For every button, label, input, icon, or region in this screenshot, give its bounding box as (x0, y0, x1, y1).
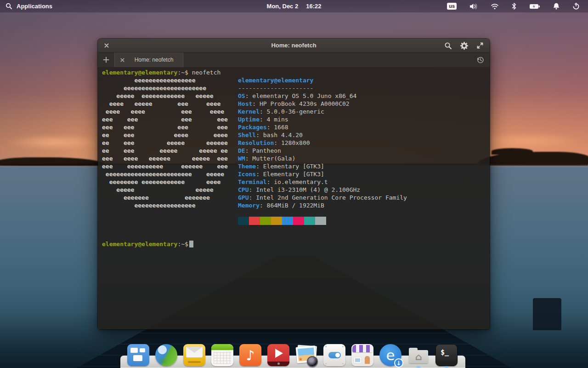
search-icon[interactable] (443, 40, 453, 51)
dock-item-terminal[interactable]: $_ (435, 344, 458, 366)
keyboard-layout-indicator[interactable]: us (447, 3, 457, 10)
desktop: Applications Mon, Dec 2 16:22 us (0, 0, 588, 368)
terminal-app-icon: $_ (435, 344, 458, 366)
color-palette (238, 217, 407, 225)
bluetooth-icon[interactable] (511, 2, 517, 10)
calendar-icon (211, 344, 233, 366)
applications-label: Applications (17, 3, 52, 10)
palette-swatch (249, 217, 260, 225)
command-text: neofetch (192, 69, 221, 76)
tab-bar: Home: neofetch (98, 52, 490, 67)
info-title: elementary@elementary (238, 76, 407, 84)
neofetch-output: eeeeeeeeeeeeeeeee eeeeeeeeeeeeeeeeeeeeee… (102, 76, 490, 225)
power-icon[interactable] (572, 2, 580, 10)
dock-item-videos[interactable] (267, 344, 289, 366)
running-indicator (415, 366, 422, 368)
videos-play-icon (267, 344, 289, 366)
panel-date: Mon, Dec 2 (267, 3, 299, 10)
battery-charging-icon[interactable] (529, 3, 540, 10)
expand-icon[interactable] (475, 40, 485, 51)
music-note-icon: ♪ (239, 344, 261, 366)
dock-icons: ♪ ★ e ↓ (127, 344, 458, 366)
info-row: OS: elementary OS 5.0 Juno x86_64 (238, 92, 407, 100)
mail-icon (183, 344, 205, 366)
appcenter-storefront-icon (351, 344, 373, 366)
top-panel: Applications Mon, Dec 2 16:22 us (0, 0, 588, 12)
dock-item-system-settings[interactable] (323, 344, 345, 366)
info-underline: --------------------- (238, 84, 407, 92)
dock-item-multitasking-view[interactable] (127, 344, 149, 366)
sunset-glow-right (473, 132, 583, 149)
home-icon: ⌂ (415, 351, 422, 362)
dock-item-files[interactable]: ⌂ (407, 344, 430, 366)
info-row: Shell: bash 4.4.20 (238, 131, 407, 139)
new-tab-plus-icon[interactable] (98, 52, 114, 67)
panel-time: 16:22 (306, 3, 321, 10)
info-row: Uptime: 4 mins (238, 115, 407, 123)
info-row: Host: HP ProBook 4230s A0000C02 (238, 100, 407, 108)
info-row: Packages: 1668 (238, 123, 407, 131)
sunset-glow-left (5, 134, 106, 150)
photos-icon: ★ (295, 344, 317, 366)
web-browser-globe-icon (155, 344, 177, 366)
elementary-logo-icon: e ↓ (379, 344, 401, 366)
info-row: Theme: Elementary [GTK3] (238, 162, 407, 170)
palette-swatch (315, 217, 326, 225)
running-indicator (443, 366, 450, 368)
palette-swatch (271, 217, 282, 225)
tree-silhouette-right (478, 152, 588, 165)
system-settings-toggle-icon (323, 344, 345, 366)
close-icon[interactable] (102, 41, 111, 50)
info-row: Icons: Elementary [GTK3] (238, 170, 407, 178)
info-row: Kernel: 5.0.0-36-generic (238, 108, 407, 115)
history-icon[interactable] (474, 52, 486, 67)
notifications-bell-icon[interactable] (553, 2, 560, 10)
info-row: Memory: 864MiB / 1922MiB (238, 201, 407, 209)
dock-item-installer[interactable]: e ↓ (379, 344, 401, 366)
search-icon (6, 3, 12, 10)
prompt-line-1: elementary@elementary:~$ neofetch (102, 69, 490, 76)
tab-home-neofetch[interactable]: Home: neofetch (114, 52, 183, 67)
info-row: Terminal: io.elementary.t (238, 178, 407, 186)
titlebar-actions (443, 39, 485, 52)
terminal-cursor (189, 241, 193, 247)
dock-item-calendar[interactable] (211, 344, 233, 366)
neofetch-info-column: elementary@elementary ------------------… (238, 76, 407, 225)
dock-item-music[interactable]: ♪ (239, 344, 261, 366)
download-arrow-badge: ↓ (394, 358, 403, 368)
titlebar[interactable]: Home: neofetch (98, 39, 490, 52)
dock-item-appcenter[interactable] (351, 344, 373, 366)
palette-swatch (282, 217, 293, 225)
neofetch-info-rows: OS: elementary OS 5.0 Juno x86_64Host: H… (238, 92, 407, 209)
info-row: CPU: Intel i3-2310M (4) @ 2.100GHz (238, 186, 407, 194)
applications-menu[interactable]: Applications (0, 3, 52, 10)
info-row: GPU: Intel 2nd Generation Core Processor… (238, 194, 407, 201)
dock-item-photos[interactable]: ★ (295, 344, 317, 366)
palette-swatch (293, 217, 304, 225)
multitasking-view-icon (127, 344, 149, 366)
palette-swatch (260, 217, 271, 225)
tab-close-icon[interactable] (119, 56, 126, 63)
dock-item-web-browser[interactable] (155, 344, 177, 366)
info-row: DE: Pantheon (238, 147, 407, 155)
system-tray: us (447, 2, 588, 10)
ascii-logo: eeeeeeeeeeeeeeeee eeeeeeeeeeeeeeeeeeeeee… (102, 76, 238, 209)
files-folder-icon: ⌂ (407, 344, 430, 366)
terminal-window: Home: neofetch (98, 39, 490, 329)
dock-item-mail[interactable] (183, 344, 205, 366)
volume-icon[interactable] (469, 3, 478, 10)
info-row: WM: Mutter(Gala) (238, 155, 407, 162)
info-row: Resolution: 588x368 (238, 139, 407, 147)
wifi-icon[interactable] (491, 3, 499, 10)
tab-label: Home: neofetch (129, 57, 179, 63)
camera-lens-icon (307, 356, 318, 367)
terminal-content[interactable]: elementary@elementary:~$ neofetch eeeeee… (98, 67, 490, 329)
gear-icon[interactable] (459, 40, 469, 51)
window-title: Home: neofetch (98, 42, 490, 49)
palette-swatch (238, 217, 249, 225)
palette-swatch (304, 217, 315, 225)
prompt-line-2: elementary@elementary:~$ (102, 240, 490, 248)
